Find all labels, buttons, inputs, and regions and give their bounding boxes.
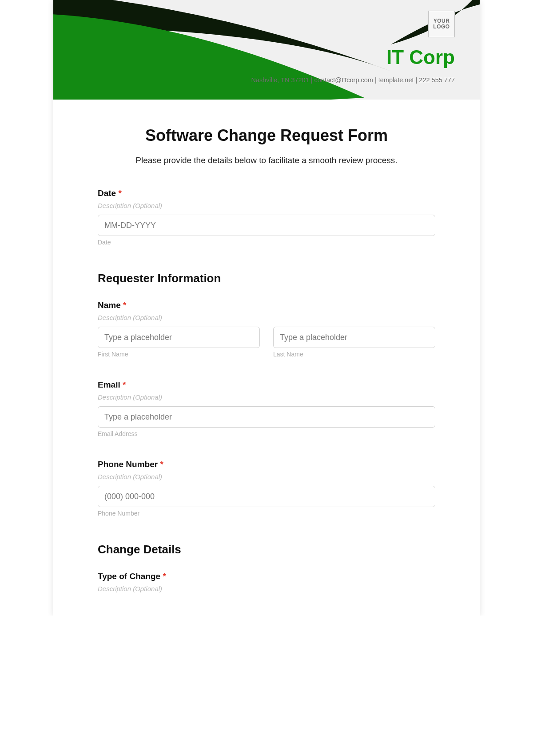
section-change-details: Change Details (98, 543, 435, 556)
field-date: Date * Description (Optional) Date (98, 188, 435, 246)
logo-placeholder-text: YOUR LOGO (433, 18, 449, 30)
contact-line: Nashville, TN 37201 | contact@ITcorp.com… (251, 76, 455, 84)
section-requester-info: Requester Information (98, 272, 435, 285)
email-sublabel: Email Address (98, 430, 435, 437)
last-name-sublabel: Last Name (273, 351, 435, 358)
date-description: Description (Optional) (98, 202, 435, 209)
field-type-of-change: Type of Change * Description (Optional) (98, 572, 435, 592)
document-page: YOUR LOGO IT Corp Nashville, TN 37201 | … (53, 0, 480, 616)
field-phone: Phone Number * Description (Optional) Ph… (98, 460, 435, 517)
email-input[interactable] (98, 406, 435, 428)
phone-label: Phone Number * (98, 460, 435, 469)
email-description: Description (Optional) (98, 393, 435, 401)
date-input[interactable] (98, 215, 435, 236)
logo-placeholder: YOUR LOGO (428, 11, 455, 37)
phone-description: Description (Optional) (98, 473, 435, 480)
date-sublabel: Date (98, 239, 435, 246)
last-name-input[interactable] (273, 327, 435, 348)
form-intro: Please provide the details below to faci… (98, 156, 435, 165)
type-of-change-description: Description (Optional) (98, 585, 435, 592)
form-title: Software Change Request Form (98, 126, 435, 145)
name-label: Name * (98, 300, 435, 310)
company-name: IT Corp (386, 46, 455, 68)
email-label: Email * (98, 380, 435, 390)
form-body: Software Change Request Form Please prov… (53, 100, 480, 616)
name-description: Description (Optional) (98, 314, 435, 321)
field-name: Name * Description (Optional) First Name… (98, 300, 435, 358)
document-header: YOUR LOGO IT Corp Nashville, TN 37201 | … (53, 0, 480, 100)
first-name-input[interactable] (98, 327, 260, 348)
type-of-change-label: Type of Change * (98, 572, 435, 581)
phone-input[interactable] (98, 486, 435, 507)
date-label: Date * (98, 188, 435, 198)
phone-sublabel: Phone Number (98, 510, 435, 517)
field-email: Email * Description (Optional) Email Add… (98, 380, 435, 437)
first-name-sublabel: First Name (98, 351, 260, 358)
